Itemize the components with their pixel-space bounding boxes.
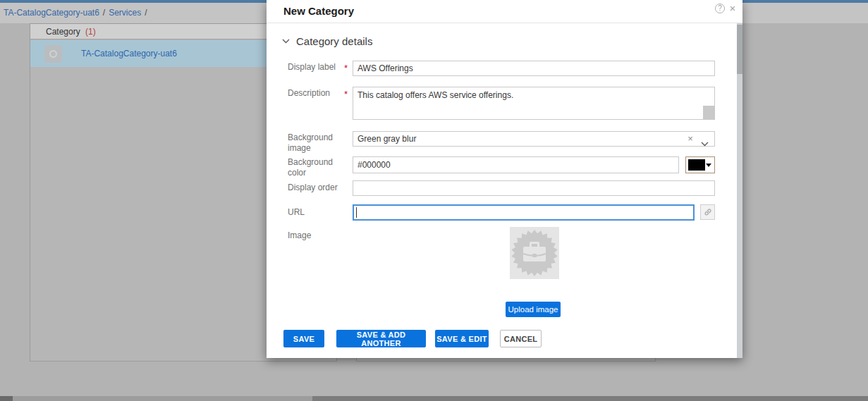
section-label: Category details — [296, 35, 372, 47]
background-image-select[interactable]: Green gray blur × — [353, 131, 715, 147]
background-image-label: Background image — [288, 132, 344, 154]
resize-grip-icon[interactable] — [703, 106, 714, 119]
background-image-value: Green gray blur — [357, 134, 416, 144]
chevron-down-icon[interactable] — [701, 137, 709, 151]
screen: TA-CatalogCategory-uat6/Services/ Catego… — [0, 0, 868, 401]
dialog-title: New Category — [283, 5, 354, 17]
category-count-badge: (1) — [85, 27, 96, 37]
link-icon — [703, 207, 713, 217]
dropdown-arrow-icon — [706, 164, 711, 167]
dialog-vertical-scrollbar[interactable] — [737, 23, 742, 358]
background-color-label: Background color — [288, 157, 344, 178]
link-button[interactable] — [700, 204, 715, 220]
new-category-dialog: New Category ? × Category details Displa… — [267, 0, 742, 358]
image-placeholder — [510, 227, 559, 279]
description-label: Description — [288, 88, 344, 99]
save-button[interactable]: SAVE — [283, 330, 324, 347]
display-order-input[interactable] — [353, 180, 715, 196]
display-label-input[interactable] — [353, 61, 715, 76]
save-and-edit-button[interactable]: SAVE & EDIT — [435, 330, 489, 347]
category-row-label: TA-CatalogCategory-uat6 — [81, 49, 177, 58]
save-and-add-another-button[interactable]: SAVE & ADD ANOTHER — [336, 330, 426, 347]
vertical-scrollbar-thumb[interactable] — [737, 25, 742, 74]
breadcrumb-separator: / — [145, 8, 147, 18]
category-image-icon — [44, 45, 62, 63]
url-label: URL — [288, 207, 344, 218]
scrollbar-left-cap — [0, 396, 13, 401]
breadcrumb-link-catalog-category[interactable]: TA-CatalogCategory-uat6 — [4, 8, 99, 18]
horizontal-scrollbar-thumb[interactable] — [312, 396, 868, 401]
cancel-button[interactable]: CANCEL — [500, 330, 542, 347]
display-label-label: Display label — [288, 62, 344, 73]
text-cursor — [356, 207, 357, 218]
dialog-header: New Category ? × — [267, 0, 742, 23]
required-marker: * — [344, 89, 348, 99]
url-input[interactable] — [353, 204, 695, 221]
description-textarea[interactable]: This catalog offers AWS service offering… — [353, 87, 715, 120]
upload-image-button[interactable]: Upload image — [506, 302, 561, 317]
page-horizontal-scrollbar[interactable] — [0, 396, 868, 401]
breadcrumb: TA-CatalogCategory-uat6/Services/ — [4, 8, 151, 18]
color-swatch-picker[interactable] — [685, 156, 715, 173]
help-icon[interactable]: ? — [715, 4, 725, 13]
image-label: Image — [288, 230, 344, 241]
breadcrumb-separator: / — [103, 8, 105, 18]
background-color-input[interactable] — [353, 156, 679, 173]
required-marker: * — [344, 63, 348, 73]
category-details-section-toggle[interactable]: Category details — [282, 35, 372, 47]
color-swatch — [688, 159, 705, 171]
category-panel-title: Category — [46, 27, 80, 37]
clear-selection-icon[interactable]: × — [685, 132, 695, 146]
close-icon[interactable]: × — [727, 2, 738, 14]
chevron-down-icon — [282, 39, 290, 44]
badge-briefcase-icon — [510, 227, 559, 279]
display-order-label: Display order — [288, 183, 344, 193]
breadcrumb-link-services[interactable]: Services — [109, 8, 141, 18]
